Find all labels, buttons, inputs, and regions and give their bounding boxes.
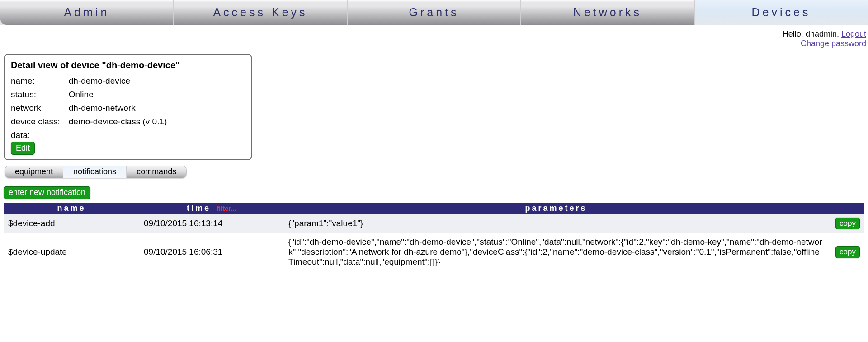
cell-actions: copy: [828, 233, 864, 271]
column-header-time-text: time: [187, 204, 211, 213]
tab-access-keys[interactable]: Access Keys: [174, 0, 347, 25]
cell-parameters: {"id":"dh-demo-device","name":"dh-demo-d…: [284, 233, 828, 271]
copy-button[interactable]: copy: [835, 246, 860, 258]
tab-devices[interactable]: Devices: [694, 0, 868, 25]
user-bar: Hello, dhadmin. Logout Change password: [0, 25, 868, 50]
field-network-value: dh-demo-network: [64, 101, 171, 115]
subtab-notifications[interactable]: notifications: [63, 166, 127, 178]
time-filter-link[interactable]: filter...: [217, 204, 236, 212]
cell-parameters: {"param1":"value1"}: [284, 214, 828, 233]
logout-link[interactable]: Logout: [841, 29, 866, 38]
table-row: $device-add09/10/2015 16:13:14{"param1":…: [4, 214, 864, 233]
copy-button[interactable]: copy: [835, 218, 860, 230]
top-navigation: Admin Access Keys Grants Networks Device…: [0, 0, 868, 25]
enter-new-notification-button[interactable]: enter new notification: [4, 186, 90, 199]
detail-title: Detail view of device "dh-demo-device": [11, 60, 245, 71]
subtab-equipment[interactable]: equipment: [5, 166, 63, 178]
field-status-value: Online: [64, 88, 171, 101]
cell-actions: copy: [828, 214, 864, 233]
field-name-value: dh-demo-device: [64, 74, 171, 88]
notifications-table: name time filter... parameters $device-a…: [4, 203, 864, 271]
subtab-commands[interactable]: commands: [127, 166, 186, 178]
sub-tabs: equipment notifications commands: [5, 166, 187, 178]
field-device-class-value: demo-device-class (v 0.1): [64, 115, 171, 128]
cell-name: $device-add: [4, 214, 139, 233]
field-device-class-label: device class:: [11, 115, 64, 128]
change-password-link[interactable]: Change password: [801, 39, 866, 48]
field-data-label: data:: [11, 128, 64, 142]
greeting-prefix: Hello,: [783, 29, 806, 38]
field-data-value: [64, 128, 171, 142]
cell-time: 09/10/2015 16:13:14: [139, 214, 284, 233]
column-header-name[interactable]: name: [4, 203, 139, 214]
tab-grants[interactable]: Grants: [347, 0, 521, 25]
detail-fields-table: name: dh-demo-device status: Online netw…: [11, 74, 171, 142]
field-status-label: status:: [11, 88, 64, 101]
field-network-label: network:: [11, 101, 64, 115]
cell-name: $device-update: [4, 233, 139, 271]
column-header-time[interactable]: time filter...: [139, 203, 284, 214]
action-bar: enter new notification: [4, 186, 868, 199]
tab-networks[interactable]: Networks: [521, 0, 694, 25]
column-header-actions: [828, 203, 864, 214]
column-header-parameters[interactable]: parameters: [284, 203, 828, 214]
device-detail-panel: Detail view of device "dh-demo-device" n…: [4, 54, 252, 160]
table-row: $device-update09/10/2015 16:06:31{"id":"…: [4, 233, 864, 271]
cell-time: 09/10/2015 16:06:31: [139, 233, 284, 271]
tab-admin[interactable]: Admin: [0, 0, 174, 25]
edit-button[interactable]: Edit: [11, 142, 35, 155]
field-name-label: name:: [11, 74, 64, 88]
username: dhadmin: [806, 29, 837, 38]
